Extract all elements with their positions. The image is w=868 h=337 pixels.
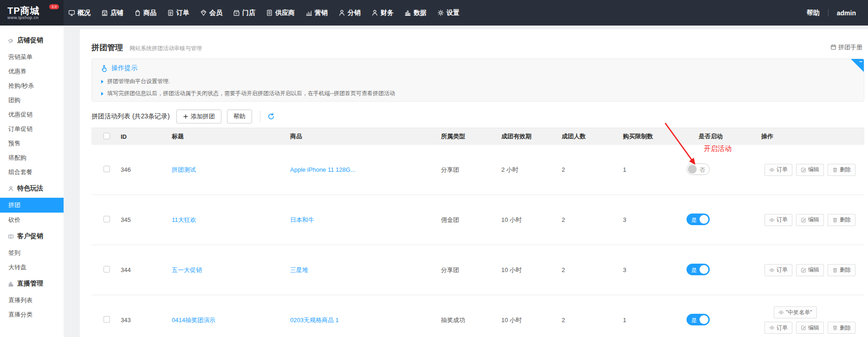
activity-title-link[interactable]: 拼团测试 (172, 166, 196, 173)
sidebar-item-lucky-wheel[interactable]: 大转盘 (0, 260, 64, 274)
sidebar-item-discount-promo[interactable]: 优惠促销 (0, 107, 64, 122)
edit-icon (801, 325, 806, 331)
enable-toggle[interactable]: 否 (687, 163, 710, 175)
enable-toggle[interactable]: 是 (687, 264, 710, 275)
add-pintuan-label: 添加拼团 (191, 112, 215, 121)
help-link[interactable]: 帮助 (807, 9, 820, 17)
eye-icon (769, 325, 775, 331)
toggle-label: 是 (691, 266, 697, 274)
row-checkbox[interactable] (104, 166, 110, 172)
nav-item-label: 门店 (242, 9, 255, 17)
nav-item-label: 订单 (176, 9, 189, 17)
cell-title: 0414抽奖团演示 (167, 316, 285, 324)
cell-product: Apple iPhone 11 128G... (285, 166, 436, 173)
edit-button[interactable]: 编辑 (796, 322, 824, 334)
edit-button[interactable]: 编辑 (796, 164, 824, 176)
nav-item-finance[interactable]: 财务 (371, 9, 394, 17)
refresh-icon[interactable] (267, 113, 275, 120)
nav-item-supplier[interactable]: 供应商 (266, 9, 295, 17)
table-row: 344五一大促销三星堆分享团10 小时23是订单编辑删除 (91, 245, 864, 295)
nav-item-marketing[interactable]: 营销 (305, 9, 328, 17)
tips-line: 填写完拼团信息以后，拼团活动属于关闭状态，需要手动开启拼团活动开启以后，在手机端… (100, 90, 855, 97)
sidebar-section-customer: 客户促销 (0, 227, 64, 246)
nav-item-member[interactable]: 会员 (200, 9, 222, 17)
product-link[interactable]: 三星堆 (290, 266, 308, 273)
sidebar-item-pintuan[interactable]: 拼团 (0, 198, 64, 213)
logo[interactable]: TP商城 www.tpshop.cn 3.0 (0, 0, 64, 26)
data-icon (404, 9, 411, 16)
edit-button[interactable]: 编辑 (796, 214, 824, 226)
nav-item-distribution[interactable]: 分销 (338, 9, 361, 17)
sidebar-item-live-list[interactable]: 直播列表 (0, 293, 64, 307)
nav-item-settings[interactable]: 设置 (437, 9, 460, 17)
sidebar-item-bargain[interactable]: 砍价 (0, 213, 64, 227)
enable-toggle[interactable]: 是 (687, 314, 710, 325)
sidebar-item-sign-in[interactable]: 签到 (0, 246, 64, 260)
winners-button[interactable]: "中奖名单" (774, 306, 817, 318)
row-checkbox[interactable] (104, 316, 110, 323)
nav-item-order[interactable]: 订单 (167, 9, 189, 17)
table-row: 34511大狂欢日本和牛佣金团10 小时23是订单编辑删除 (91, 195, 864, 245)
cell-type: 分享团 (436, 166, 497, 174)
sidebar-item-group-buy[interactable]: 团购 (0, 93, 64, 107)
sidebar-item-presale[interactable]: 预售 (0, 136, 64, 150)
tips-collapse-button[interactable]: − (857, 58, 864, 65)
cell-enabled: 是 (685, 314, 754, 327)
nav-item-goods[interactable]: 商品 (134, 9, 156, 17)
select-all-checkbox[interactable] (104, 133, 110, 139)
product-link[interactable]: 日本和牛 (290, 216, 314, 223)
cell-id: 344 (116, 266, 167, 273)
enable-toggle[interactable]: 是 (687, 214, 710, 225)
delete-button[interactable]: 删除 (828, 264, 855, 276)
row-checkbox[interactable] (104, 266, 110, 272)
pintuan-table: ID标题商品所属类型成团有效期成团人数购买限制数是否启动操作 346拼团测试Ap… (91, 128, 864, 337)
nav-item-data[interactable]: 数据 (404, 9, 427, 17)
order-button[interactable]: 订单 (764, 322, 792, 334)
cell-limit: 3 (618, 216, 685, 223)
sidebar-item-bundle-buy[interactable]: 搭配购 (0, 150, 64, 165)
cell-validity: 10 小时 (497, 266, 557, 274)
add-pintuan-button[interactable]: 添加拼团 (176, 110, 221, 123)
delete-button[interactable]: 删除 (828, 322, 855, 334)
user-menu[interactable]: admin (837, 9, 856, 17)
cell-limit: 1 (618, 166, 685, 173)
sidebar-item-combo-package[interactable]: 组合套餐 (0, 165, 64, 179)
nav-item-overview[interactable]: 概况 (68, 9, 91, 17)
sidebar-section-promo: 店铺促销 (0, 31, 64, 50)
delete-button[interactable]: 删除 (828, 214, 855, 226)
product-link[interactable]: Apple iPhone 11 128G... (290, 166, 356, 173)
action-buttons: 订单编辑删除 (764, 264, 864, 276)
promo-icon (8, 38, 14, 44)
sidebar-item-coupon[interactable]: 优惠券 (0, 64, 64, 78)
help-button[interactable]: 帮助 (227, 110, 252, 123)
nav-item-shop[interactable]: 店铺 (101, 9, 123, 17)
sidebar-item-marketing-menu[interactable]: 营销菜单 (0, 50, 64, 64)
cell-actions: 订单编辑删除 (754, 214, 864, 226)
edit-button[interactable]: 编辑 (796, 264, 824, 276)
column-header-id: ID (116, 133, 167, 140)
column-header-limit: 购买限制数 (618, 132, 685, 141)
manual-link[interactable]: 拼团手册 (830, 43, 864, 52)
cell-limit: 1 (618, 317, 685, 324)
order-button[interactable]: 订单 (764, 264, 792, 276)
header-cell-select (91, 133, 116, 141)
activity-title-link[interactable]: 五一大促销 (172, 266, 202, 273)
product-link[interactable]: 0203无规格商品 1 (290, 317, 339, 324)
sidebar-item-live-category[interactable]: 直播分类 (0, 307, 64, 322)
order-button[interactable]: 订单 (764, 164, 792, 176)
nav-item-label: 概况 (78, 9, 91, 17)
sidebar-item-order-promo[interactable]: 订单促销 (0, 122, 64, 136)
delete-button[interactable]: 删除 (828, 164, 855, 176)
cell-actions: 订单编辑删除 (754, 164, 864, 176)
sidebar-item-flash-sale[interactable]: 抢购/秒杀 (0, 78, 64, 93)
list-toolbar: 拼团活动列表 (共23条记录) 添加拼团 帮助 (91, 109, 864, 124)
activity-title-link[interactable]: 11大狂欢 (172, 216, 196, 223)
column-header-members: 成团人数 (557, 132, 618, 141)
row-checkbox[interactable] (104, 216, 110, 222)
nav-item-store[interactable]: 门店 (233, 9, 255, 17)
toggle-knob (700, 315, 708, 324)
order-button[interactable]: 订单 (764, 214, 792, 226)
activity-title-link[interactable]: 0414抽奖团演示 (172, 317, 215, 324)
tips-box: 操作提示 拼团管理由平台设置管理. 填写完拼团信息以后，拼团活动属于关闭状态，需… (91, 58, 864, 102)
order-button-label: 订单 (777, 216, 788, 224)
